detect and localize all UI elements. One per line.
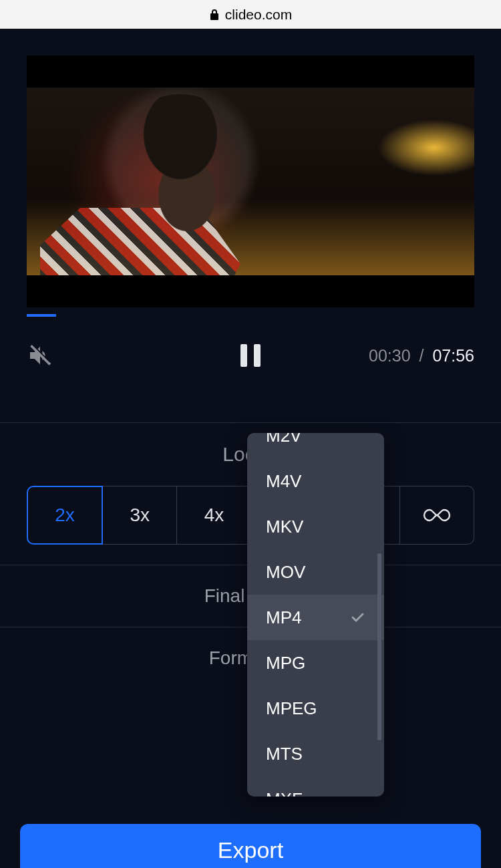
video-frame[interactable] [27, 55, 474, 307]
time-separator: / [420, 346, 424, 365]
format-option-m4v[interactable]: M4V [247, 458, 384, 504]
time-display: 00:30 / 07:56 [369, 346, 474, 366]
lock-icon [209, 9, 220, 21]
format-option-mkv[interactable]: MKV [247, 504, 384, 549]
export-button-label: Export [218, 837, 283, 863]
video-content [27, 88, 474, 275]
loop-option-4x[interactable]: 4x [177, 486, 251, 545]
check-icon [349, 609, 365, 625]
time-total: 07:56 [432, 346, 474, 365]
format-option-mxf[interactable]: MXF [247, 776, 384, 797]
dropdown-scrollbar[interactable] [377, 553, 381, 740]
loop-option-2x[interactable]: 2x [27, 486, 103, 545]
browser-domain: clideo.com [225, 7, 292, 23]
format-option-mts[interactable]: MTS [247, 731, 384, 776]
loop-option-3x[interactable]: 3x [103, 486, 177, 545]
video-progress-track[interactable] [27, 314, 474, 317]
video-progress-fill [27, 314, 56, 317]
browser-address-bar: clideo.com [0, 0, 501, 29]
pause-bar-icon [240, 344, 247, 367]
video-player[interactable] [0, 29, 501, 307]
mute-button[interactable] [27, 342, 53, 369]
loop-option-infinity[interactable] [400, 486, 474, 545]
format-dropdown[interactable]: M2V M4V MKV MOV MP4 MPG MPEG MTS MXF [247, 433, 384, 797]
export-button[interactable]: Export [20, 824, 481, 868]
time-current: 00:30 [369, 346, 411, 365]
format-option-mpeg[interactable]: MPEG [247, 686, 384, 731]
pause-button[interactable] [240, 344, 261, 367]
format-option-mpg[interactable]: MPG [247, 640, 384, 686]
pause-bar-icon [254, 344, 261, 367]
format-option-mov[interactable]: MOV [247, 549, 384, 595]
format-option-mp4[interactable]: MP4 [247, 595, 384, 640]
format-option-m2v[interactable]: M2V [247, 433, 384, 458]
infinity-icon [422, 508, 452, 523]
